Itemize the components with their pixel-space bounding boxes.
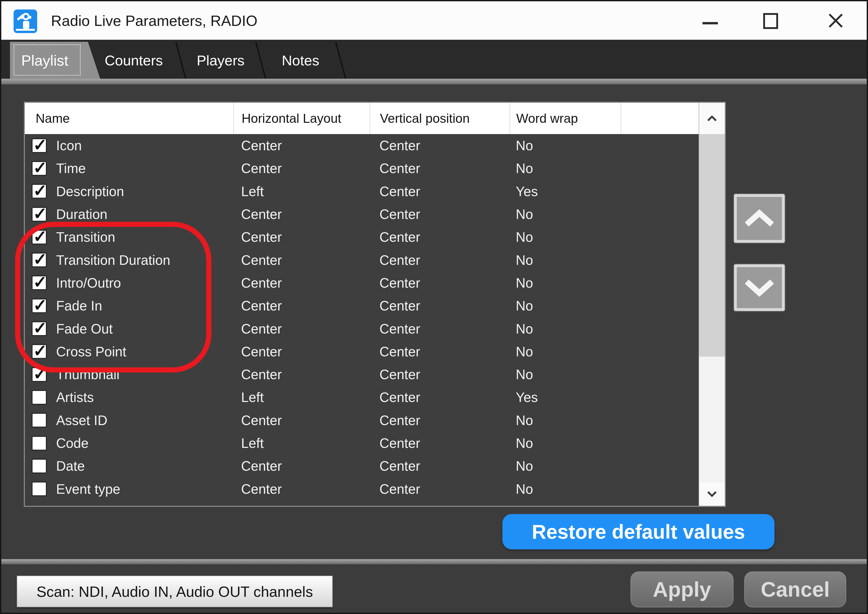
apply-button[interactable]: Apply [631, 572, 733, 607]
table-row[interactable]: ✓ArtistsLeftCenterYes [25, 386, 698, 409]
row-checkbox[interactable]: ✓ [31, 207, 47, 222]
row-name-cell: ✓Code [25, 435, 233, 451]
row-horizontal-layout: Left [233, 435, 370, 451]
row-name: Asset ID [56, 412, 107, 428]
row-checkbox[interactable]: ✓ [31, 390, 47, 405]
row-checkbox[interactable]: ✓ [31, 436, 47, 451]
row-vertical-position: Center [370, 435, 510, 451]
tab-playlist[interactable]: Playlist [10, 42, 100, 79]
table-row[interactable]: ✓Transition DurationCenterCenterNo [25, 249, 698, 271]
row-word-wrap: No [510, 481, 621, 497]
row-checkbox[interactable]: ✓ [31, 367, 47, 382]
tab-players[interactable]: Players [183, 42, 259, 79]
scan-channels-button[interactable]: Scan: NDI, Audio IN, Audio OUT channels [17, 575, 333, 607]
row-name-cell: ✓Fade In [25, 298, 233, 314]
row-checkbox[interactable]: ✓ [31, 344, 47, 359]
checkmark-icon: ✓ [33, 295, 47, 315]
table-row[interactable]: ✓TransitionCenterCenterNo [25, 225, 698, 249]
row-name: Time [56, 160, 86, 176]
row-name-cell: ✓Description [25, 183, 233, 199]
table-row[interactable]: ✓DateCenterCenterNo [25, 454, 698, 477]
row-horizontal-layout: Center [233, 481, 370, 497]
row-checkbox[interactable]: ✓ [31, 184, 47, 199]
checkmark-icon: ✓ [33, 135, 47, 155]
row-checkbox[interactable]: ✓ [31, 138, 47, 153]
table-row[interactable]: ✓Intro/OutroCenterCenterNo [25, 272, 698, 294]
row-horizontal-layout: Center [233, 321, 370, 337]
row-name-cell: ✓Artists [25, 389, 233, 405]
checkmark-icon: ✓ [33, 158, 47, 178]
column-header-horizontal-layout[interactable]: Horizontal Layout [233, 103, 370, 134]
table-row[interactable]: ✓Asset IDCenterCenterNo [25, 409, 698, 432]
row-word-wrap: No [510, 435, 621, 451]
row-horizontal-layout: Left [233, 183, 370, 199]
table-row[interactable]: ✓Fade InCenterCenterNo [25, 294, 698, 317]
row-horizontal-layout: Center [233, 458, 370, 474]
column-header-empty [621, 103, 699, 134]
row-checkbox[interactable]: ✓ [31, 298, 47, 313]
chevron-down-icon [743, 277, 776, 298]
row-checkbox[interactable]: ✓ [31, 482, 47, 496]
row-horizontal-layout: Center [233, 229, 370, 245]
table-row[interactable]: ✓Cross PointCenterCenterNo [25, 340, 698, 363]
row-horizontal-layout: Center [233, 367, 370, 382]
row-word-wrap: No [510, 458, 621, 474]
row-horizontal-layout: Left [233, 389, 370, 405]
row-word-wrap: No [510, 275, 621, 291]
column-header-name[interactable]: Name [25, 103, 233, 134]
row-vertical-position: Center [370, 321, 510, 337]
close-button[interactable] [827, 11, 845, 30]
table-row[interactable]: ✓DurationCenterCenterNo [25, 203, 698, 225]
title-bar: Radio Live Parameters, RADIO [1, 1, 867, 40]
scrollbar-up-button[interactable] [699, 103, 725, 134]
table-row[interactable]: ✓Fade OutCenterCenterNo [25, 317, 698, 340]
tab-label: Notes [282, 52, 319, 69]
minimize-button[interactable] [701, 19, 719, 27]
checkmark-icon: ✓ [33, 227, 47, 246]
row-checkbox[interactable]: ✓ [31, 275, 47, 290]
row-word-wrap: No [510, 321, 621, 337]
table-row[interactable]: ✓ThumbnailCenterCenterNo [25, 363, 698, 386]
column-header-vertical-position[interactable]: Vertical position [370, 103, 510, 134]
table-row[interactable]: ✓IconCenterCenterNo [25, 134, 698, 157]
app-icon [14, 9, 37, 33]
scrollbar-down-button[interactable] [699, 482, 725, 506]
table-row[interactable]: ✓DescriptionLeftCenterYes [25, 180, 698, 203]
row-word-wrap: No [510, 160, 621, 176]
table-row[interactable]: ✓CodeLeftCenterNo [25, 432, 698, 454]
move-down-button[interactable] [734, 264, 785, 311]
row-name-cell: ✓Icon [25, 138, 233, 153]
row-checkbox[interactable]: ✓ [31, 161, 47, 176]
maximize-button[interactable] [762, 12, 780, 30]
columns-table: Name Horizontal Layout Vertical position… [24, 102, 726, 507]
table-rows: ✓IconCenterCenterNo✓TimeCenterCenterNo✓D… [25, 134, 698, 505]
scrollbar-thumb[interactable] [699, 134, 725, 357]
checkmark-icon: ✓ [33, 272, 47, 292]
row-checkbox[interactable]: ✓ [31, 413, 47, 427]
vertical-scrollbar[interactable] [699, 103, 725, 506]
row-checkbox[interactable]: ✓ [31, 321, 47, 336]
cancel-button[interactable]: Cancel [744, 572, 846, 607]
close-icon [828, 12, 844, 29]
window-title: Radio Live Parameters, RADIO [51, 1, 257, 40]
row-checkbox[interactable]: ✓ [31, 459, 47, 474]
table-header: Name Horizontal Layout Vertical position… [25, 103, 699, 134]
move-up-button[interactable] [734, 194, 785, 243]
row-checkbox[interactable]: ✓ [31, 230, 47, 244]
row-checkbox[interactable]: ✓ [31, 252, 47, 267]
row-word-wrap: Yes [510, 183, 621, 199]
checkmark-icon: ✓ [33, 249, 47, 269]
row-word-wrap: No [510, 229, 621, 245]
column-header-word-wrap[interactable]: Word wrap [510, 103, 621, 134]
dialog-window: Radio Live Parameters, RADIO Playlist Co… [0, 0, 868, 614]
row-vertical-position: Center [370, 481, 510, 497]
row-vertical-position: Center [370, 138, 510, 153]
row-word-wrap: No [510, 298, 621, 314]
restore-default-values-button[interactable]: Restore default values [502, 514, 775, 549]
tab-label: Players [197, 52, 245, 69]
table-row[interactable]: ✓Event typeCenterCenterNo [25, 477, 698, 500]
row-name-cell: ✓Transition Duration [25, 252, 233, 268]
table-row[interactable]: ✓TimeCenterCenterNo [25, 157, 698, 180]
tab-notes[interactable]: Notes [262, 42, 339, 79]
tab-counters[interactable]: Counters [91, 42, 176, 79]
